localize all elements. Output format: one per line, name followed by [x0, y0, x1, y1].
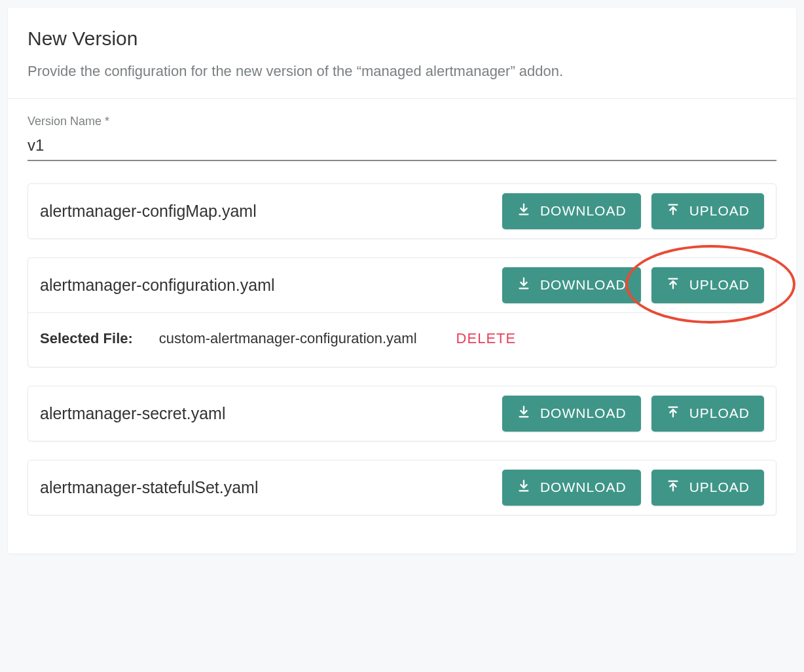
file-row: alertmanager-configMap.yamlDOWNLOADUPLOA…	[27, 183, 777, 239]
upload-icon	[666, 276, 680, 294]
upload-button-label: UPLOAD	[689, 277, 750, 293]
upload-highlight-wrap: UPLOAD	[651, 267, 764, 303]
version-name-input[interactable]	[27, 132, 777, 161]
download-icon	[517, 276, 531, 294]
file-button-group: DOWNLOADUPLOAD	[502, 470, 764, 506]
download-button[interactable]: DOWNLOAD	[502, 267, 641, 303]
file-row-main: alertmanager-secret.yamlDOWNLOADUPLOAD	[28, 386, 776, 441]
selected-file-name: custom-alertmanager-configuration.yaml	[159, 330, 417, 347]
file-button-group: DOWNLOADUPLOAD	[502, 396, 764, 432]
download-button[interactable]: DOWNLOAD	[502, 470, 641, 506]
download-button-label: DOWNLOAD	[540, 203, 627, 219]
selected-file-label: Selected File:	[40, 330, 133, 347]
card-body: Version Name * alertmanager-configMap.ya…	[8, 98, 796, 553]
file-row-main: alertmanager-configMap.yamlDOWNLOADUPLOA…	[28, 184, 776, 238]
download-icon	[517, 479, 531, 496]
download-button[interactable]: DOWNLOAD	[502, 396, 641, 432]
upload-button-label: UPLOAD	[689, 405, 750, 421]
file-row-main: alertmanager-statefulSet.yamlDOWNLOADUPL…	[28, 460, 776, 515]
file-row-main: alertmanager-configuration.yamlDOWNLOADU…	[28, 258, 776, 312]
file-button-group: DOWNLOADUPLOAD	[502, 267, 764, 303]
upload-button-label: UPLOAD	[689, 203, 750, 219]
selected-file-row: Selected File:custom-alertmanager-config…	[28, 312, 776, 367]
file-row: alertmanager-statefulSet.yamlDOWNLOADUPL…	[27, 460, 777, 515]
upload-icon	[666, 479, 680, 496]
file-row: alertmanager-configuration.yamlDOWNLOADU…	[27, 257, 777, 367]
file-button-group: DOWNLOADUPLOAD	[502, 193, 764, 229]
download-icon	[517, 405, 531, 422]
download-icon	[517, 202, 531, 220]
upload-button[interactable]: UPLOAD	[651, 470, 764, 506]
upload-icon	[666, 405, 680, 422]
file-name: alertmanager-configuration.yaml	[40, 276, 275, 295]
page-title: New Version	[27, 28, 777, 50]
page-subtitle: Provide the configuration for the new ve…	[27, 62, 777, 81]
download-button-label: DOWNLOAD	[540, 277, 627, 293]
delete-button[interactable]: DELETE	[456, 330, 517, 347]
download-button-label: DOWNLOAD	[540, 479, 627, 495]
file-name: alertmanager-statefulSet.yaml	[40, 478, 258, 497]
upload-button[interactable]: UPLOAD	[651, 267, 764, 303]
upload-button[interactable]: UPLOAD	[651, 396, 764, 432]
version-name-label: Version Name *	[27, 115, 777, 128]
file-name: alertmanager-secret.yaml	[40, 404, 225, 423]
file-name: alertmanager-configMap.yaml	[40, 202, 257, 221]
download-button-label: DOWNLOAD	[540, 405, 627, 421]
card-header: New Version Provide the configuration fo…	[8, 8, 796, 98]
upload-button[interactable]: UPLOAD	[651, 193, 764, 229]
upload-button-label: UPLOAD	[689, 479, 750, 495]
download-button[interactable]: DOWNLOAD	[502, 193, 641, 229]
file-row: alertmanager-secret.yamlDOWNLOADUPLOAD	[27, 386, 777, 441]
upload-icon	[666, 202, 680, 220]
new-version-card: New Version Provide the configuration fo…	[8, 8, 796, 553]
